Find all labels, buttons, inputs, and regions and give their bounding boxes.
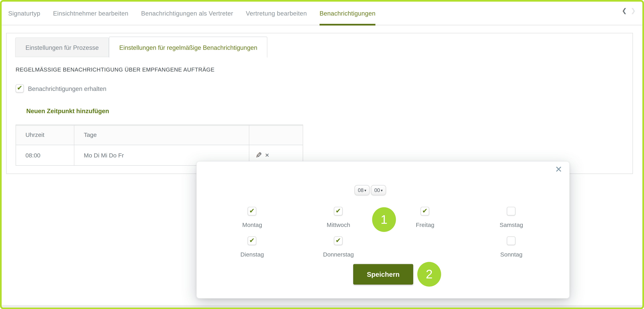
cell-time: 08:00: [16, 145, 74, 165]
subtab-prozesse[interactable]: Einstellungen für Prozesse: [15, 38, 109, 57]
step-1-badge: 1: [372, 207, 396, 232]
tab-einsichtnehmer-bearbeiten[interactable]: Einsichtnehmer bearbeiten: [53, 2, 128, 25]
chevron-left-icon[interactable]: ❮: [622, 7, 627, 13]
tab-scroller: ❮ ❯: [622, 2, 636, 25]
notifications-panel: Einstellungen für Prozesse Einstellungen…: [6, 33, 633, 174]
checkmark-icon: ✔: [17, 85, 22, 91]
sonntag-checkbox[interactable]: [507, 236, 516, 245]
table-header-row: Uhrzeit Tage: [16, 125, 303, 145]
donnerstag-label: Donnerstag: [308, 251, 369, 258]
tab-benachrichtigungen-als-vertreter[interactable]: Benachrichtigungen als Vertreter: [141, 2, 233, 25]
checkmark-icon: ✔: [422, 207, 428, 214]
dienstag-label: Dienstag: [221, 251, 283, 258]
checkmark-icon: ✔: [249, 237, 255, 243]
checkmark-icon: ✔: [249, 207, 255, 214]
checkmark-icon: ✔: [336, 207, 341, 214]
save-button[interactable]: Speichern: [353, 264, 413, 284]
donnerstag-checkbox[interactable]: ✔: [334, 236, 342, 245]
dienstag-checkbox[interactable]: ✔: [248, 236, 256, 245]
header-uhrzeit: Uhrzeit: [16, 125, 74, 145]
tab-signaturtyp[interactable]: Signaturtyp: [8, 2, 40, 25]
footer-strip: [2, 305, 642, 307]
receive-notifications-row: ✔ Benachrichtigungen erhalten: [16, 84, 106, 92]
checkmark-icon: ✔: [336, 237, 341, 243]
section-heading: REGELMÄSSIGE BENACHRICHTIGUNG ÜBER EMPFA…: [16, 67, 214, 73]
montag-label: Montag: [221, 222, 283, 228]
chevron-right-icon: ❯: [631, 7, 636, 13]
hour-value: 08: [358, 187, 364, 193]
add-time-link[interactable]: Neuen Zeitpunkt hinzufügen: [26, 107, 109, 114]
receive-notifications-label: Benachrichtigungen erhalten: [28, 85, 106, 92]
tab-vertretung-bearbeiten[interactable]: Vertretung bearbeiten: [246, 2, 307, 25]
header-actions: [250, 125, 303, 145]
settings-page: Signaturtyp Einsichtnehmer bearbeiten Be…: [0, 0, 644, 309]
tab-benachrichtigungen[interactable]: Benachrichtigungen: [320, 2, 376, 25]
mittwoch-checkbox[interactable]: ✔: [334, 207, 342, 216]
delete-x-icon[interactable]: ✕: [265, 152, 270, 158]
subtab-regelmaessige-benachrichtigungen[interactable]: Einstellungen für regelmäßige Benachrich…: [109, 37, 268, 58]
receive-notifications-checkbox[interactable]: ✔: [16, 84, 24, 92]
edit-pencil-icon[interactable]: ✎: [256, 151, 262, 160]
notification-times-table: Uhrzeit Tage 08:00 Mo Di Mi Do Fr ✎ ✕: [16, 125, 303, 166]
montag-checkbox[interactable]: ✔: [248, 207, 256, 216]
samstag-label: Samstag: [480, 222, 542, 228]
minute-value: 00: [374, 187, 380, 193]
samstag-checkbox[interactable]: [507, 207, 516, 216]
minute-select[interactable]: 00 ▾: [371, 185, 386, 195]
caret-down-icon: ▾: [381, 188, 382, 192]
hour-select[interactable]: 08 ▾: [354, 185, 370, 195]
main-tabbar: Signaturtyp Einsichtnehmer bearbeiten Be…: [2, 2, 642, 26]
header-tage: Tage: [74, 125, 249, 145]
mittwoch-label: Mittwoch: [308, 222, 369, 228]
freitag-label: Freitag: [394, 222, 456, 228]
step-2-badge: 2: [417, 262, 441, 286]
caret-down-icon: ▾: [364, 188, 366, 192]
sub-tabbar: Einstellungen für Prozesse Einstellungen…: [15, 37, 268, 57]
sonntag-label: Sonntag: [480, 251, 542, 258]
close-icon[interactable]: ✕: [555, 165, 562, 174]
freitag-checkbox[interactable]: ✔: [421, 207, 429, 216]
